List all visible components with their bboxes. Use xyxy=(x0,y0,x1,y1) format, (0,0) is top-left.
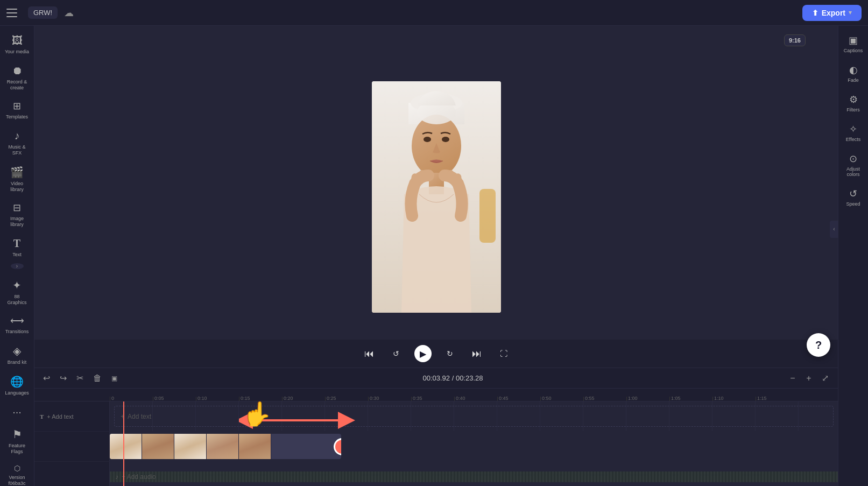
fit-button[interactable]: ⤢ xyxy=(818,372,831,385)
sidebar-item-transitions[interactable]: ⟷ Transitions xyxy=(2,311,32,339)
ruler-mark: 0:50 xyxy=(540,397,583,401)
ruler-mark: 0:10 xyxy=(196,397,239,401)
center-area: 9:16 xyxy=(34,26,838,486)
feature-flags-icon: ⚑ xyxy=(12,428,22,441)
play-button[interactable]: ▶ xyxy=(414,345,432,362)
sidebar-item-video-library[interactable]: 🎬 Video library xyxy=(2,161,32,197)
sidebar-item-languages[interactable]: 🌐 Languages xyxy=(2,371,32,400)
add-audio-label: ♪ + Add audio xyxy=(115,473,156,481)
right-panel-speed[interactable]: ↺ Speed xyxy=(840,184,867,211)
version-icon: ⬡ xyxy=(14,464,20,473)
media-icon: 🖼 xyxy=(12,34,23,47)
ruler-marks: 0 0:05 0:10 0:15 0:20 0:25 0:30 0:35 0:4… xyxy=(110,389,799,401)
help-button[interactable]: ? xyxy=(807,333,830,357)
svg-rect-1 xyxy=(479,189,496,243)
playhead-circle xyxy=(334,438,341,455)
sidebar-item-feature-flags[interactable]: ⚑ Feature Flags xyxy=(2,424,32,459)
export-chevron-icon: ▾ xyxy=(849,9,852,16)
fade-icon: ◐ xyxy=(849,64,858,76)
brand-kit-icon: ◈ xyxy=(13,344,21,357)
text-track-content[interactable]: + Add text xyxy=(110,402,838,431)
templates-icon: ⊞ xyxy=(13,100,21,112)
ruler-mark: 0:35 xyxy=(411,397,454,401)
timeline-ruler: 0 0:05 0:10 0:15 0:20 0:25 0:30 0:35 0:4… xyxy=(34,389,838,402)
languages-icon: 🌐 xyxy=(10,375,24,388)
cut-button[interactable]: ✂ xyxy=(74,371,86,385)
audio-track-row: ♪ + Add audio xyxy=(34,462,838,486)
timeline-tracks: 0 0:05 0:10 0:15 0:20 0:25 0:30 0:35 0:4… xyxy=(34,389,838,486)
video-track-label xyxy=(34,432,110,461)
right-panel-adjust-colors[interactable]: ⊙ Adjustcolors xyxy=(840,149,867,181)
clip-thumbnail-5 xyxy=(239,434,271,459)
filters-icon: ⚙ xyxy=(849,94,858,105)
right-panel-captions[interactable]: ▣ Captions xyxy=(840,30,867,58)
skip-forward-button[interactable]: ⏭ xyxy=(468,345,485,362)
ruler-mark: 0:05 xyxy=(153,397,196,401)
aspect-ratio-badge[interactable]: 9:16 xyxy=(784,34,806,46)
video-library-icon: 🎬 xyxy=(10,166,24,179)
sidebar-item-text[interactable]: T Text xyxy=(2,233,32,262)
ruler-mark: 1:00 xyxy=(626,397,669,401)
clip-thumbnail-2 xyxy=(142,434,174,459)
record-icon: ⏺ xyxy=(12,65,23,77)
sidebar-item-record[interactable]: ⏺ Record &create xyxy=(2,60,32,95)
speed-icon: ↺ xyxy=(849,188,857,200)
sidebar-item-templates[interactable]: ⊞ Templates xyxy=(2,96,32,124)
text-icon: T xyxy=(13,237,20,250)
right-panel-fade[interactable]: ◐ Fade xyxy=(840,60,867,87)
graphics-icon: ✦ xyxy=(12,279,22,292)
clip-thumbnail-3 xyxy=(174,434,207,459)
video-clip[interactable]: ⏸ xyxy=(110,434,341,459)
menu-icon[interactable] xyxy=(6,5,22,20)
ruler-mark: 0:15 xyxy=(239,397,282,401)
forward-button[interactable]: ↻ xyxy=(441,345,458,362)
right-panel-effects[interactable]: ✧ Effects xyxy=(840,119,867,146)
sidebar-item-graphics[interactable]: ✦ 88 Graphics xyxy=(2,274,32,310)
text-track-label: T + Add text xyxy=(34,402,110,431)
expand-button[interactable]: ⛶ xyxy=(495,345,512,362)
left-sidebar: 🖼 Your media ⏺ Record &create ⊞ Template… xyxy=(0,26,34,486)
video-track-content[interactable]: ⏸ xyxy=(110,432,838,461)
export-button[interactable]: ⬆ Export ▾ xyxy=(802,5,862,21)
clip-thumbnail-1 xyxy=(110,434,142,459)
adjust-colors-icon: ⊙ xyxy=(849,153,857,165)
audio-note-icon: ♪ xyxy=(115,473,118,481)
right-panel-filters[interactable]: ⚙ Filters xyxy=(840,89,867,117)
music-icon: ♪ xyxy=(15,130,20,142)
sidebar-item-image-library[interactable]: ⊟ Image library xyxy=(2,198,32,232)
cloud-save-icon[interactable]: ☁ xyxy=(64,7,74,19)
ruler-mark: 0:30 xyxy=(368,397,411,401)
sidebar-item-version: ⬡ Versionf06ba3c xyxy=(2,460,32,486)
right-panel-collapse-button[interactable]: ‹ xyxy=(830,221,838,238)
project-title[interactable]: GRW! xyxy=(28,6,58,19)
ruler-mark: 0:40 xyxy=(454,397,497,401)
svg-point-7 xyxy=(442,137,449,142)
image-library-icon: ⊟ xyxy=(13,202,21,214)
zoom-controls: − + ⤢ xyxy=(786,372,831,385)
sidebar-item-brand-kit[interactable]: ◈ Brand kit xyxy=(2,340,32,370)
transitions-icon: ⟷ xyxy=(10,315,24,327)
redo-button[interactable]: ↪ xyxy=(58,371,69,385)
delete-button[interactable]: 🗑 xyxy=(91,371,104,385)
caption-button[interactable]: ▣ xyxy=(109,372,119,384)
audio-track-content[interactable]: ♪ + Add audio xyxy=(110,462,838,486)
audio-waveform xyxy=(110,471,838,482)
ruler-mark: 0:55 xyxy=(583,397,626,401)
preview-area: 9:16 xyxy=(34,26,838,368)
more-icon: ··· xyxy=(12,406,22,418)
zoom-out-button[interactable]: − xyxy=(786,372,799,385)
sidebar-item-more[interactable]: ··· xyxy=(2,402,32,422)
skip-back-button[interactable]: ⏮ xyxy=(361,345,378,362)
undo-button[interactable]: ↩ xyxy=(41,371,52,385)
ruler-mark: 1:10 xyxy=(712,397,756,401)
rewind-button[interactable]: ↺ xyxy=(387,345,405,362)
timeline-toolbar: ↩ ↪ ✂ 🗑 ▣ 00:03.92 / 00:23.28 − + ⤢ xyxy=(34,368,838,389)
player-controls: ⏮ ↺ ▶ ↻ ⏭ ⛶ xyxy=(34,340,838,368)
svg-point-6 xyxy=(424,137,431,142)
sidebar-collapse-button[interactable]: › xyxy=(11,263,24,269)
sidebar-item-music[interactable]: ♪ Music & SFX xyxy=(2,125,32,160)
zoom-in-button[interactable]: + xyxy=(802,372,815,385)
video-preview xyxy=(372,81,501,313)
text-track-icon: T xyxy=(40,413,44,420)
sidebar-item-your-media[interactable]: 🖼 Your media xyxy=(2,30,32,59)
